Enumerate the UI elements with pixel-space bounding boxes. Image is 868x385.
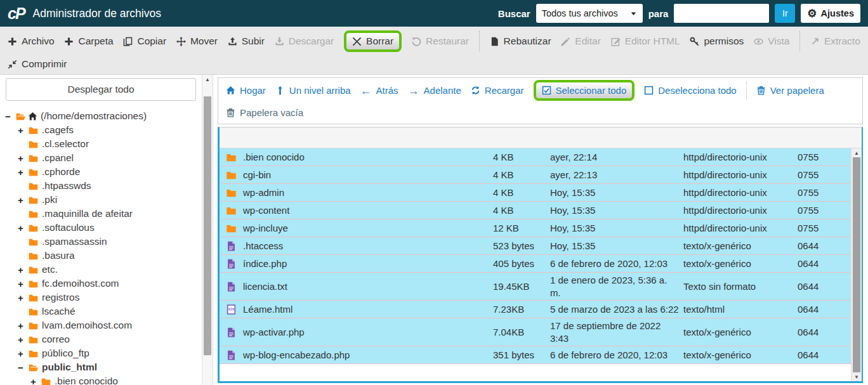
main-toolbar: Archivo Carpeta Copiar Mover Subir Desca… (0, 27, 868, 75)
nav-item-atras[interactable]: ← Atrás (360, 85, 398, 96)
tree-toggle[interactable]: + (16, 153, 25, 164)
file-row-cgi-bin[interactable]: cgi-bin 4 KB ayer, 22:13 httpd/directori… (220, 166, 862, 184)
scroll-down-arrow[interactable]: ▼ (852, 372, 862, 381)
navigation-row-1: Hogar Un nivel arriba ← Atrás → Adelante… (226, 79, 855, 101)
file-row-wp-activar-php[interactable]: wp-activar.php 7.04KB 17 de septiembre d… (220, 318, 862, 346)
toolbar-item-archivo[interactable]: Archivo (8, 36, 55, 47)
cpanel-logo: cP (8, 4, 25, 23)
tree-item-cagefs[interactable]: + .cagefs (0, 123, 202, 137)
tree-toggle[interactable]: + (16, 320, 25, 331)
tree-toggle[interactable]: + (16, 167, 25, 178)
sidebar-scrollbar-thumb[interactable] (204, 96, 211, 355)
tree-toggle[interactable]: − (16, 362, 25, 373)
expand-all-button[interactable]: Desplegar todo (6, 78, 196, 101)
nav-item-ver-papelera[interactable]: Ver papelera (756, 85, 824, 96)
toolbar-item-permisos[interactable]: permisos (690, 36, 744, 47)
search-input[interactable] (674, 4, 769, 23)
tree-toggle[interactable]: + (16, 348, 25, 359)
tree-item-basura[interactable]: .basura (0, 249, 202, 263)
file-row-htaccess[interactable]: .htaccess 523 bytes Hoy, 15:35 texto/x-g… (220, 237, 862, 255)
folder-icon (28, 181, 39, 191)
folder-icon (41, 377, 51, 385)
tree-item-pki[interactable]: + .pki (0, 193, 202, 207)
tree-item-correo[interactable]: + correo (0, 332, 202, 346)
toolbar-item-borrar[interactable]: Borrar (344, 30, 402, 52)
file-row-wp-content[interactable]: wp-content 4 KB Hoy, 15:35 httpd/directo… (220, 202, 862, 219)
tree-toggle[interactable]: + (16, 264, 25, 275)
tree-toggle[interactable]: − (4, 111, 12, 122)
tree-item-publico-ftp[interactable]: + público_ftp (0, 346, 202, 360)
file-table-scrollbar[interactable]: ▲ ▼ (851, 148, 862, 381)
file-icon (490, 37, 499, 46)
go-button[interactable]: Ir (775, 4, 795, 23)
compress-icon (8, 60, 17, 69)
folder-icon (28, 307, 39, 316)
toolbar-item-editar: Editar (561, 36, 601, 47)
eye-icon (754, 37, 763, 46)
move-icon (176, 37, 186, 46)
file-row-indice-php[interactable]: índice.php 405 bytes 6 de febrero de 202… (220, 255, 862, 273)
file-row-wp-blog-encabezado-php[interactable]: wp-blog-encabezado.php 351 bytes 6 de fe… (220, 346, 862, 364)
tree-item-fc-demoihost-com[interactable]: + fc.demoihost.com (0, 277, 202, 290)
file-row-licencia-txt[interactable]: licencia.txt 19.45KB 1 de enero de 2023,… (220, 273, 862, 301)
toolbar-item-mover[interactable]: Mover (176, 36, 218, 47)
settings-button[interactable]: ⚙ Ajustes (801, 4, 860, 23)
chevron-down-icon (630, 10, 637, 17)
nav-item-seleccionar-todo[interactable]: Seleccionar todo (534, 80, 635, 101)
file-row-leame-html[interactable]: </> Léame.html 7.23KB 5 de marzo de 2023… (220, 301, 862, 318)
file-row-wp-incluye[interactable]: wp-incluye 12 KB Hoy, 15:35 httpd/direct… (220, 219, 862, 237)
nav-item-un-nivel-arriba[interactable]: Un nivel arriba (275, 85, 351, 96)
toolbar-item-rebautizar[interactable]: Rebautizar (490, 36, 551, 47)
nav-item-papelera-vacia[interactable]: Papelera vacía (226, 107, 303, 118)
refresh-icon (471, 86, 480, 95)
file-table-scrollbar-thumb[interactable] (853, 157, 860, 372)
toolbar-item-subir[interactable]: Subir (228, 36, 265, 47)
tree-item-bien-conocido[interactable]: + .bien conocido (0, 374, 202, 385)
tree-item-public-html[interactable]: − public_html (0, 360, 202, 374)
toolbar-item-comprimir[interactable]: Comprimir (8, 58, 67, 70)
sidebar-scrollbar[interactable]: ▲ (202, 75, 213, 385)
plus-icon (64, 37, 74, 46)
tree-item-home-demostraciones[interactable]: − (/home/demostraciones) (0, 109, 202, 123)
nav-item-recargar[interactable]: Recargar (471, 85, 524, 96)
nav-item-deselecciona-todo[interactable]: Deselecciona todo (644, 85, 736, 96)
tree-item-htpasswds[interactable]: .htpasswds (0, 179, 202, 193)
tree-item-registros[interactable]: + registros (0, 290, 202, 304)
tree-toggle[interactable]: + (16, 292, 25, 303)
folder-open-icon (15, 112, 26, 121)
scroll-up-arrow[interactable]: ▲ (202, 75, 213, 84)
tree-toggle[interactable]: + (16, 278, 25, 289)
scroll-up-arrow[interactable]: ▲ (852, 148, 862, 157)
search-scope-select[interactable]: Todos tus archivos (536, 4, 643, 23)
tree-toggle[interactable]: + (16, 223, 25, 233)
tree-toggle[interactable]: + (16, 195, 25, 206)
delete-icon (352, 37, 362, 46)
arrow-left-icon: ← (360, 85, 372, 96)
tree-item-lvam-demoihost-com[interactable]: + lvam.demoihost.com (0, 318, 202, 332)
tree-toggle[interactable]: + (29, 376, 37, 385)
tree-item-softaculous[interactable]: + .softaculous (0, 221, 202, 235)
checkbox-checked-icon (542, 86, 551, 95)
tree-item-etc[interactable]: + etc. (0, 263, 202, 277)
file-row-wp-admin[interactable]: wp-admin 4 KB Hoy, 15:35 httpd/directori… (220, 184, 862, 202)
folder-icon (28, 209, 39, 219)
folder-open-icon (28, 363, 39, 372)
tree-item-spamassassin[interactable]: .spamassassin (0, 235, 202, 249)
tree-item-lscache[interactable]: lscaché (0, 304, 202, 318)
separator (746, 82, 747, 100)
toolbar-item-vista: Vista (754, 36, 789, 47)
tree-toggle[interactable]: + (16, 125, 25, 136)
tree-item-cl-selector[interactable]: .cl.selector (0, 137, 202, 151)
toolbar-item-carpeta[interactable]: Carpeta (64, 36, 113, 47)
nav-item-adelante[interactable]: → Adelante (408, 85, 461, 96)
folder-icon (226, 223, 237, 233)
toolbar-item-copiar[interactable]: Copiar (123, 36, 166, 47)
search-scope-value: Todos tus archivos (542, 8, 618, 18)
file-row-bien-conocido[interactable]: .bien conocido 4 KB ayer, 22:14 httpd/di… (220, 148, 862, 166)
file-text-icon (226, 259, 237, 269)
tree-item-maquinilla-de-afeitar[interactable]: .maquinilla de afeitar (0, 207, 202, 221)
tree-toggle[interactable]: + (16, 334, 25, 345)
tree-item-cpanel[interactable]: + .cpanel (0, 151, 202, 165)
nav-item-hogar[interactable]: Hogar (226, 85, 266, 96)
tree-item-cphorde[interactable]: + .cphorde (0, 165, 202, 179)
